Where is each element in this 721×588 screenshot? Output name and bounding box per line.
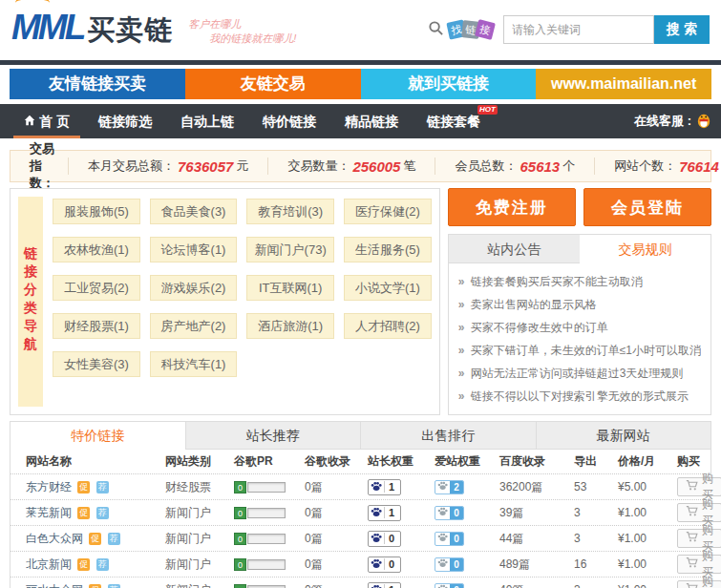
banner-friend-links-trade[interactable]: 友情链接买卖 [10, 69, 185, 99]
category-item[interactable]: 教育培训(3) [246, 199, 334, 224]
google-index-count: 0篇 [305, 479, 368, 495]
tab-special-links[interactable]: 特价链接 [11, 422, 186, 450]
category-item[interactable]: 房产地产(2) [150, 313, 238, 339]
nav-item-link-filter[interactable]: 链接筛选 [84, 104, 166, 138]
aizhan-weight-value: 0 [450, 532, 463, 546]
chinaz-weight-value: 1 [384, 507, 398, 518]
rule-item[interactable]: » 卖家出售网站的显示风格 [458, 293, 701, 316]
site-name-link[interactable]: 白色大众网 [26, 532, 83, 545]
nav-item-link-packages[interactable]: 链接套餐 HOT [413, 104, 495, 138]
hot-badge: HOT [477, 105, 498, 115]
paw-icon [435, 557, 450, 571]
category-item[interactable]: 小说文学(1) [344, 275, 432, 301]
aizhan-weight-badge: 0 [435, 557, 464, 572]
site-name-link[interactable]: 莱芜新闻 [26, 506, 72, 519]
category-item[interactable]: 农林牧渔(1) [53, 237, 140, 262]
pr-value: 0 [234, 507, 246, 519]
aizhan-weight-badge: 2 [435, 480, 464, 494]
table-row: 白色大众网 促 荐 新闻门户 0 0篇 0 [11, 525, 710, 551]
category-item[interactable]: 女性美容(3) [53, 351, 140, 377]
register-button[interactable]: 免费注册 [448, 188, 576, 226]
tab-sales-ranking[interactable]: 出售排行 [361, 422, 537, 450]
out-links-count: 53 [574, 480, 618, 494]
tab-trade-rules[interactable]: 交易规则 [580, 235, 710, 263]
stat-label: 会员总数： [455, 158, 517, 175]
category-item[interactable]: 酒店旅游(1) [246, 313, 334, 339]
banner-site-url[interactable]: www.maimailian.net [536, 69, 711, 99]
category-item[interactable]: IT互联网(1) [246, 275, 334, 301]
rule-item[interactable]: » 链接不得以以下对搜索引擎无效的形式展示 [458, 385, 701, 408]
category-item[interactable]: 食品美食(3) [150, 199, 238, 224]
category-item[interactable]: 游戏娱乐(2) [150, 275, 238, 301]
category-item[interactable]: 新闻门户(73) [246, 237, 334, 262]
nav-item-special-links[interactable]: 特价链接 [248, 104, 330, 138]
recommend-badge-icon: 荐 [96, 507, 109, 519]
chinaz-weight-badge: 1 [368, 479, 401, 495]
tab-newest-sites[interactable]: 最新网站 [537, 422, 711, 450]
banner-buy-links-here[interactable]: 就到买链接 [361, 69, 537, 99]
rule-text: 网站无法正常访问或掉链超过3天处理规则 [471, 367, 684, 380]
category-item[interactable]: 人才招聘(2) [344, 313, 432, 339]
paw-icon [371, 557, 382, 572]
pr-bar [247, 585, 286, 588]
stat-label: 本月交易总额： [88, 158, 175, 175]
chinaz-weight-value: 1 [384, 481, 398, 493]
category-item[interactable]: 财经股票(1) [53, 313, 140, 339]
site-name-link[interactable]: 北京新闻 [26, 557, 72, 571]
category-item[interactable]: 生活服务(5) [344, 237, 432, 262]
home-icon [24, 104, 35, 138]
rule-text: 买家下错订单，未生效的订单≤1小时可以取消 [471, 344, 701, 357]
rules-list: » 链接套餐购买后买家不能主动取消 » 卖家出售网站的显示风格 » 买家不得修改… [449, 263, 710, 414]
baidu-index-count: 40篇 [499, 582, 574, 588]
stat-label: 网站个数： [614, 158, 676, 175]
rule-item[interactable]: » 链接套餐购买后买家不能主动取消 [458, 270, 701, 293]
site-category: 新闻门户 [165, 531, 234, 547]
category-item[interactable]: 工业贸易(2) [53, 275, 140, 301]
rule-item[interactable]: » 买家不得修改生效中的订单 [458, 316, 701, 339]
buy-button[interactable]: 购买 [677, 555, 721, 574]
qq-penguin-icon[interactable] [696, 112, 711, 132]
category-item[interactable]: 服装服饰(5) [53, 199, 140, 224]
tab-webmaster-recommend[interactable]: 站长推荐 [186, 422, 362, 450]
nav-item-home[interactable]: 首 页 [10, 104, 84, 138]
site-category: 财经股票 [165, 479, 234, 495]
paw-icon [435, 506, 450, 519]
buy-button[interactable]: 购买 [677, 477, 721, 496]
rule-item[interactable]: » 网站无法正常访问或掉链超过3天处理规则 [458, 362, 701, 385]
nav-item-auto-link[interactable]: 自动上链 [166, 104, 248, 138]
recommend-badge-icon: 荐 [108, 533, 120, 545]
site-logo[interactable]: MML 买卖链 [11, 10, 173, 46]
table-row: 北京新闻 促 荐 新闻门户 0 0篇 0 [11, 551, 710, 577]
magnifier-icon [428, 20, 444, 40]
nav-item-premium-links[interactable]: 精品链接 [330, 104, 413, 138]
site-name-link[interactable]: 东方财经 [26, 480, 72, 494]
site-name-link[interactable]: 丽水大众网 [26, 583, 83, 588]
login-button[interactable]: 会员登陆 [583, 188, 711, 226]
pr-value: 0 [234, 558, 246, 571]
stat-unit: 笔 [403, 158, 415, 175]
buy-button[interactable]: 购买 [677, 580, 721, 588]
category-item[interactable]: 医疗保健(2) [344, 199, 432, 224]
google-index-count: 0篇 [305, 582, 368, 588]
buy-button[interactable]: 购买 [677, 503, 721, 522]
pr-bar [247, 534, 286, 544]
header-divider [0, 60, 721, 65]
stat-unit: 元 [236, 158, 248, 175]
rule-item[interactable]: » 买家下错订单，未生效的订单≤1小时可以取消 [458, 339, 701, 362]
category-item[interactable]: 论坛博客(1) [150, 237, 238, 262]
chinaz-weight-badge: 0 [368, 556, 401, 573]
buy-button[interactable]: 购买 [677, 529, 721, 548]
search-zone: 找 链 接 搜 索 [428, 15, 710, 44]
slogan-line1: 客户在哪儿 [188, 17, 296, 32]
tab-site-announcements[interactable]: 站内公告 [449, 235, 580, 263]
category-item[interactable]: 科技汽车(1) [150, 351, 238, 377]
baidu-index-count: 36200篇 [499, 479, 574, 495]
banner-link-exchange[interactable]: 友链交易 [185, 69, 361, 99]
aizhan-weight-badge: 0 [435, 532, 464, 546]
search-input[interactable] [503, 15, 654, 44]
promo-badge-icon: 促 [89, 584, 101, 588]
paw-icon [435, 480, 450, 494]
stat-value: 7636057 [178, 158, 233, 175]
search-button[interactable]: 搜 索 [654, 15, 710, 44]
slogan: 客户在哪儿 我的链接就在哪儿! [188, 17, 296, 46]
